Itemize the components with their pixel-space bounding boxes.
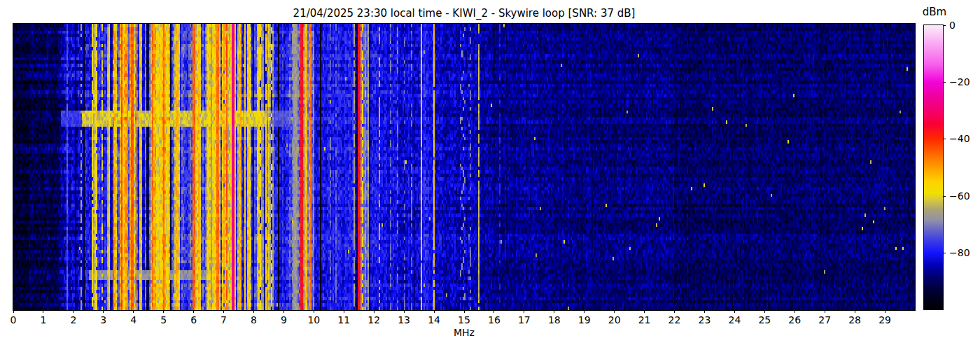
waterfall-plot-area (13, 23, 916, 311)
x-tick-label: 3 (100, 314, 106, 326)
x-tick-mark (554, 310, 554, 313)
x-tick-label: 21 (638, 314, 651, 326)
colorbar-label: dBm (919, 6, 950, 18)
x-tick-mark (163, 310, 164, 313)
x-tick-label: 23 (699, 314, 711, 326)
x-tick-label: 10 (307, 314, 320, 326)
x-tick-mark (374, 310, 374, 313)
x-tick-mark (404, 310, 405, 313)
colorbar-tick-label: −60 (949, 190, 970, 202)
colorbar-tick-label: −80 (949, 247, 970, 258)
x-tick-label: 15 (458, 314, 470, 326)
colorbar-tick-label: 0 (949, 20, 955, 31)
x-tick-mark (434, 310, 435, 313)
x-tick-mark (493, 310, 494, 313)
x-tick-label: 14 (428, 314, 440, 326)
colorbar-tick-mark (943, 82, 946, 83)
x-tick-mark (704, 310, 705, 313)
x-axis-ticks (13, 310, 915, 313)
x-tick-mark (464, 310, 465, 313)
x-axis-tick-labels: 0123456789101112131415161718192021222324… (13, 314, 915, 326)
x-tick-mark (855, 310, 855, 313)
x-tick-mark (794, 310, 795, 313)
x-tick-label: 24 (728, 314, 741, 326)
x-tick-label: 11 (337, 314, 350, 326)
colorbar-tick-label: −20 (949, 76, 970, 88)
x-tick-label: 9 (281, 314, 287, 326)
x-tick-mark (524, 310, 524, 313)
x-tick-mark (885, 310, 886, 313)
x-axis-label: MHz (13, 327, 915, 338)
x-tick-mark (13, 310, 14, 313)
x-tick-mark (825, 310, 825, 313)
x-tick-mark (644, 310, 645, 313)
x-tick-label: 1 (40, 314, 46, 326)
x-tick-label: 4 (130, 314, 136, 326)
x-tick-mark (764, 310, 765, 313)
x-tick-label: 0 (10, 314, 17, 326)
x-tick-label: 5 (160, 314, 167, 326)
x-tick-label: 28 (848, 314, 861, 326)
x-tick-mark (253, 310, 254, 313)
x-tick-label: 13 (398, 314, 410, 326)
x-tick-label: 12 (368, 314, 380, 326)
x-tick-label: 17 (518, 314, 531, 326)
colorbar-tick-label: −40 (949, 133, 970, 144)
x-tick-mark (73, 310, 74, 313)
x-tick-label: 22 (668, 314, 681, 326)
x-tick-label: 27 (818, 314, 831, 326)
spectrogram-figure: 21/04/2025 23:30 local time - KIWI_2 - S… (0, 0, 980, 350)
colorbar-tick-mark (943, 139, 946, 139)
x-tick-mark (284, 310, 284, 313)
x-tick-mark (614, 310, 615, 313)
x-tick-label: 20 (608, 314, 621, 326)
x-tick-mark (43, 310, 43, 313)
x-tick-mark (584, 310, 584, 313)
x-tick-mark (674, 310, 675, 313)
chart-title: 21/04/2025 23:30 local time - KIWI_2 - S… (13, 7, 915, 20)
x-tick-mark (223, 310, 224, 313)
colorbar-tick-mark (943, 196, 946, 197)
x-tick-label: 6 (190, 314, 197, 326)
colorbar (923, 24, 944, 310)
x-tick-mark (314, 310, 314, 313)
x-tick-label: 29 (878, 314, 891, 326)
x-tick-mark (133, 310, 134, 313)
x-tick-mark (103, 310, 104, 313)
colorbar-tick-labels: 0−20−40−60−80 (943, 25, 978, 309)
x-tick-label: 8 (251, 314, 257, 326)
x-tick-label: 2 (70, 314, 76, 326)
waterfall-heatmap-canvas (13, 24, 915, 310)
x-tick-label: 25 (758, 314, 771, 326)
x-tick-mark (734, 310, 735, 313)
x-tick-mark (193, 310, 194, 313)
x-tick-mark (344, 310, 344, 313)
x-tick-label: 16 (488, 314, 500, 326)
x-tick-label: 7 (220, 314, 227, 326)
colorbar-tick-mark (943, 253, 946, 253)
x-tick-label: 18 (548, 314, 561, 326)
colorbar-tick-mark (943, 25, 946, 26)
x-tick-label: 26 (788, 314, 801, 326)
x-tick-label: 19 (578, 314, 591, 326)
colorbar-gradient (924, 25, 943, 309)
